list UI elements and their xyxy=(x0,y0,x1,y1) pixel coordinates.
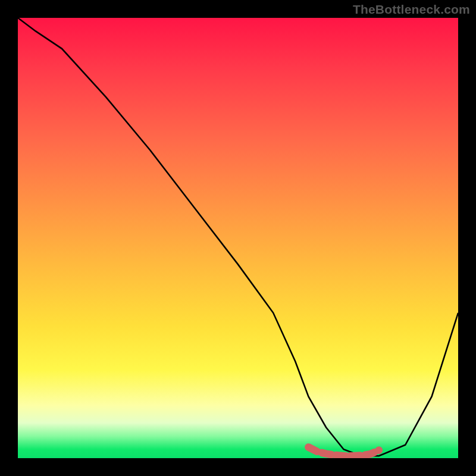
watermark-text: TheBottleneck.com xyxy=(353,2,470,17)
bottleneck-curve xyxy=(18,18,458,456)
curve-layer xyxy=(18,18,458,458)
plot-area xyxy=(18,18,458,458)
chart-frame: TheBottleneck.com xyxy=(0,0,476,476)
